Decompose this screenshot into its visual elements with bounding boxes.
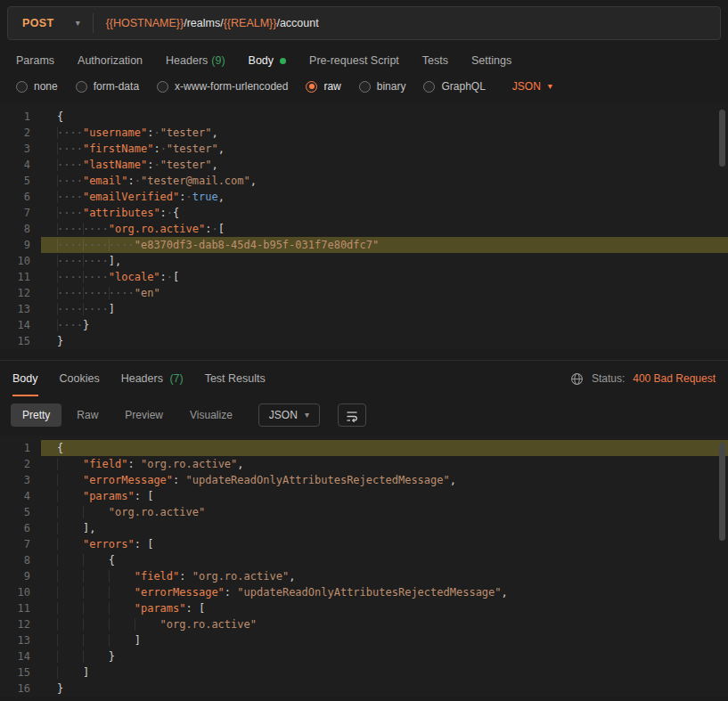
request-bar-container: POST ▾ {{HOSTNAME}}/realms/{{REALM}}/acc… <box>0 0 728 44</box>
radio-icon <box>423 81 435 93</box>
line-number: 3 <box>0 141 30 157</box>
wrap-text-button[interactable] <box>338 403 366 427</box>
status-badge[interactable]: 400 Bad Request <box>633 372 716 385</box>
line-number-gutter: 12345678910111213141516 <box>0 440 41 697</box>
tab-tests[interactable]: Tests <box>422 54 448 67</box>
body-type-binary[interactable]: binary <box>359 80 406 93</box>
code-line: ····} <box>41 317 728 333</box>
radio-label: form-data <box>94 80 139 93</box>
radio-label: raw <box>323 80 340 93</box>
tab-params[interactable]: Params <box>16 54 54 67</box>
response-meta: Status: 400 Bad Request <box>570 372 716 386</box>
line-number: 4 <box>0 157 30 173</box>
radio-icon <box>157 81 168 93</box>
body-format-label: JSON <box>512 80 541 93</box>
line-number: 6 <box>0 520 30 536</box>
line-number: 9 <box>0 568 30 584</box>
line-number: 12 <box>0 285 30 301</box>
code-line: "org.ro.active" <box>41 504 728 520</box>
radio-icon <box>359 81 371 93</box>
response-tab-cookies[interactable]: Cookies <box>60 361 100 396</box>
tab-headers[interactable]: Headers(9) <box>166 54 225 67</box>
request-code[interactable]: {····"username":·"tester",····"firstName… <box>41 109 728 349</box>
line-number: 13 <box>0 632 30 648</box>
code-line: ············"en" <box>41 285 728 301</box>
radio-icon <box>306 81 317 93</box>
code-line: "org.ro.active" <box>41 616 728 632</box>
line-number: 16 <box>0 681 30 697</box>
tab-label: Cookies <box>60 372 100 385</box>
response-tab-test-results[interactable]: Test Results <box>205 361 266 396</box>
tab-settings[interactable]: Settings <box>471 54 511 67</box>
code-line: "params": [ <box>41 600 728 616</box>
response-format-select[interactable]: JSON ▾ <box>258 403 320 427</box>
tab-label: Headers <box>121 372 163 385</box>
tab-label: Tests <box>422 54 448 67</box>
request-scrollbar-thumb[interactable] <box>719 110 725 167</box>
body-type-x-www-form-urlencoded[interactable]: x-www-form-urlencoded <box>157 80 288 93</box>
tab-label: Settings <box>471 54 511 67</box>
method-label: POST <box>22 17 54 29</box>
code-line: } <box>41 681 728 697</box>
line-number: 5 <box>0 173 30 189</box>
body-format-select[interactable]: JSON▾ <box>512 80 552 93</box>
code-line: "errors": [ <box>41 536 728 552</box>
tab-label: Params <box>16 54 54 67</box>
tab-body[interactable]: Body <box>249 54 287 67</box>
line-number: 5 <box>0 504 30 520</box>
code-line-highlighted: ············"e8370df3-dab8-45d4-b95f-031… <box>41 237 728 253</box>
method-select[interactable]: POST ▾ <box>8 17 93 29</box>
line-number: 6 <box>0 189 30 205</box>
line-number: 15 <box>0 664 30 681</box>
response-code: { "field": "org.ro.active", "errorMessag… <box>41 440 728 697</box>
code-line: ········], <box>41 253 728 269</box>
response-format-label: JSON <box>269 409 298 421</box>
code-line-highlighted: { <box>41 440 728 456</box>
view-tab-pretty[interactable]: Pretty <box>11 403 61 427</box>
line-number: 9 <box>0 237 30 253</box>
line-number: 7 <box>0 205 30 221</box>
view-tab-raw[interactable]: Raw <box>65 403 110 427</box>
body-type-raw[interactable]: raw <box>306 80 340 93</box>
response-tab-headers[interactable]: Headers (7) <box>121 361 184 396</box>
tab-label: Body <box>249 54 274 67</box>
response-toolbar: PrettyRawPreviewVisualize JSON ▾ <box>0 396 728 436</box>
code-line: ········"org.ro.active":·[ <box>41 221 728 237</box>
code-line: "field": "org.ro.active", <box>41 568 728 584</box>
body-type-form-data[interactable]: form-data <box>76 80 139 93</box>
globe-icon <box>570 372 584 386</box>
view-tab-visualize[interactable]: Visualize <box>178 403 244 427</box>
line-number: 3 <box>0 472 30 488</box>
response-scrollbar-thumb[interactable] <box>719 443 725 541</box>
radio-icon <box>16 81 28 93</box>
code-line: ····"lastName":·"tester", <box>41 157 728 173</box>
tab-pre-request-script[interactable]: Pre-request Script <box>309 54 399 67</box>
response-tab-body[interactable]: Body <box>12 361 38 396</box>
code-line: ] <box>41 632 728 648</box>
body-type-graphql[interactable]: GraphQL <box>423 80 485 93</box>
line-number: 2 <box>0 456 30 472</box>
line-number: 14 <box>0 317 30 333</box>
tab-label: Headers <box>166 54 208 67</box>
chevron-down-icon: ▾ <box>548 82 552 91</box>
tab-authorization[interactable]: Authorization <box>78 54 143 67</box>
url-input[interactable]: {{HOSTNAME}}/realms/{{REALM}}/account <box>106 17 319 29</box>
radio-icon <box>76 81 87 93</box>
radio-label: binary <box>377 80 406 93</box>
view-tab-preview[interactable]: Preview <box>113 403 175 427</box>
tab-count-badge: (9) <box>211 54 225 67</box>
tab-label: Body <box>12 372 38 385</box>
line-number: 11 <box>0 600 30 616</box>
body-type-none[interactable]: none <box>16 80 58 93</box>
line-number: 8 <box>0 221 30 237</box>
line-number: 1 <box>0 440 30 456</box>
code-line: ] <box>41 664 728 681</box>
line-number: 11 <box>0 269 30 285</box>
request-body-editor[interactable]: 123456789101112131415 {····"username":·"… <box>0 104 728 349</box>
code-line: ], <box>41 520 728 536</box>
code-line: "params": [ <box>41 488 728 504</box>
tab-label: Test Results <box>205 372 266 385</box>
code-line: { <box>41 109 728 125</box>
code-line: ····"firstName":·"tester", <box>41 141 728 157</box>
url-bar: POST ▾ {{HOSTNAME}}/realms/{{REALM}}/acc… <box>7 6 721 40</box>
